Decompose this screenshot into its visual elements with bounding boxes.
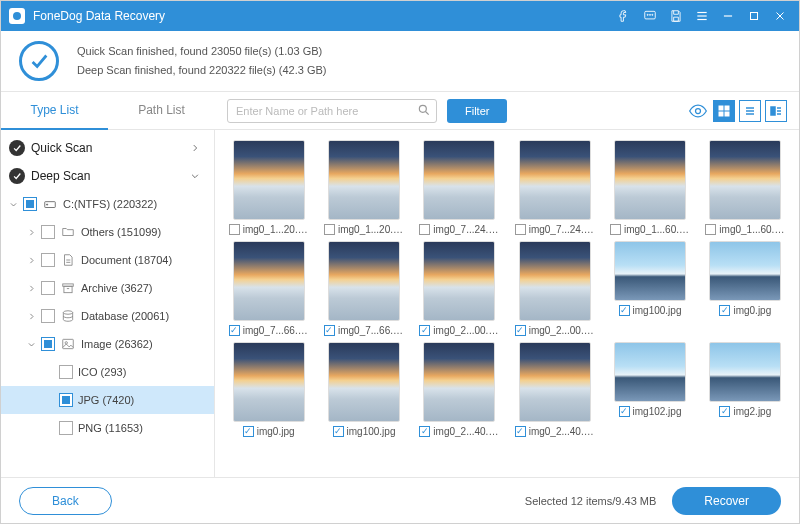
scan-status-panel: Quick Scan finished, found 23050 file(s)… <box>1 31 799 92</box>
folder-icon <box>60 224 76 240</box>
thumbnail-image[interactable] <box>614 140 686 220</box>
file-checkbox[interactable] <box>419 325 430 336</box>
file-checkbox[interactable] <box>324 325 335 336</box>
thumbnail-image[interactable] <box>328 140 400 220</box>
save-icon[interactable] <box>665 5 687 27</box>
chevron-down-icon <box>190 171 200 181</box>
file-name: img0_7...24.jpg <box>433 224 499 235</box>
checkbox[interactable] <box>23 197 37 211</box>
checkbox[interactable] <box>41 225 55 239</box>
maximize-icon[interactable] <box>743 5 765 27</box>
file-checkbox[interactable] <box>243 426 254 437</box>
tab-path-list[interactable]: Path List <box>108 92 215 130</box>
share-facebook-icon[interactable] <box>613 5 635 27</box>
tree-ico[interactable]: ICO (293) <box>1 358 214 386</box>
file-thumb[interactable]: img0_7...66.jpg <box>223 241 314 336</box>
back-button[interactable]: Back <box>19 487 112 515</box>
thumbnail-image[interactable] <box>423 342 495 422</box>
file-checkbox[interactable] <box>619 406 630 417</box>
checkbox[interactable] <box>59 365 73 379</box>
thumbnail-image[interactable] <box>519 342 591 422</box>
tree-document[interactable]: Document (18704) <box>1 246 214 274</box>
thumbnail-image[interactable] <box>328 342 400 422</box>
search-icon[interactable] <box>417 103 431 117</box>
file-thumb[interactable]: img0_1...20.jpg <box>318 140 409 235</box>
file-checkbox[interactable] <box>419 426 430 437</box>
thumbnail-image[interactable] <box>614 342 686 402</box>
thumbnail-image[interactable] <box>709 140 781 220</box>
filter-button[interactable]: Filter <box>447 99 507 123</box>
thumbnail-image[interactable] <box>423 140 495 220</box>
file-checkbox[interactable] <box>515 325 526 336</box>
file-thumb[interactable]: img0_7...66.jpg <box>318 241 409 336</box>
checkbox[interactable] <box>41 253 55 267</box>
file-checkbox[interactable] <box>719 406 730 417</box>
checkbox[interactable] <box>59 421 73 435</box>
file-checkbox[interactable] <box>610 224 621 235</box>
file-thumb[interactable]: img0.jpg <box>223 342 314 437</box>
checkbox[interactable] <box>41 337 55 351</box>
tree-jpg[interactable]: JPG (7420) <box>1 386 214 414</box>
minimize-icon[interactable] <box>717 5 739 27</box>
svg-rect-31 <box>64 286 72 292</box>
file-checkbox[interactable] <box>324 224 335 235</box>
file-thumb[interactable]: img0_1...60.jpg <box>604 140 695 235</box>
file-thumb[interactable]: img100.jpg <box>604 241 695 336</box>
file-thumb[interactable]: img0_1...20.jpg <box>223 140 314 235</box>
thumbnail-image[interactable] <box>709 241 781 301</box>
tree-image[interactable]: Image (26362) <box>1 330 214 358</box>
tree-png[interactable]: PNG (11653) <box>1 414 214 442</box>
file-thumb[interactable]: img0_7...24.jpg <box>509 140 600 235</box>
file-thumb[interactable]: img0_7...24.jpg <box>414 140 505 235</box>
thumbnail-image[interactable] <box>519 140 591 220</box>
file-thumb[interactable]: img0_2...40.jpg <box>414 342 505 437</box>
file-checkbox[interactable] <box>419 224 430 235</box>
file-thumb[interactable]: img0_2...40.jpg <box>509 342 600 437</box>
close-icon[interactable] <box>769 5 791 27</box>
thumbnail-image[interactable] <box>709 342 781 402</box>
checkbox[interactable] <box>59 393 73 407</box>
file-checkbox[interactable] <box>719 305 730 316</box>
thumbnail-image[interactable] <box>328 241 400 321</box>
view-detail-button[interactable] <box>765 100 787 122</box>
tree-others[interactable]: Others (151099) <box>1 218 214 246</box>
check-circle-icon <box>9 140 25 156</box>
file-thumb[interactable]: img0.jpg <box>700 241 791 336</box>
thumbnail-image[interactable] <box>519 241 591 321</box>
tree-deep-scan[interactable]: Deep Scan <box>1 162 214 190</box>
file-thumb[interactable]: img0_2...00.jpg <box>509 241 600 336</box>
tab-type-list[interactable]: Type List <box>1 92 108 130</box>
checkbox[interactable] <box>41 309 55 323</box>
view-grid-button[interactable] <box>713 100 735 122</box>
tree-drive[interactable]: C:(NTFS) (220322) <box>1 190 214 218</box>
file-checkbox[interactable] <box>515 426 526 437</box>
thumbnail-image[interactable] <box>233 140 305 220</box>
search-input[interactable] <box>227 99 437 123</box>
file-name: img0.jpg <box>257 426 295 437</box>
thumbnail-image[interactable] <box>614 241 686 301</box>
checkbox[interactable] <box>41 281 55 295</box>
file-checkbox[interactable] <box>705 224 716 235</box>
thumbnail-image[interactable] <box>233 342 305 422</box>
recover-button[interactable]: Recover <box>672 487 781 515</box>
file-thumb[interactable]: img0_1...60.jpg <box>700 140 791 235</box>
file-checkbox[interactable] <box>333 426 344 437</box>
thumbnail-image[interactable] <box>423 241 495 321</box>
file-thumb[interactable]: img0_2...00.jpg <box>414 241 505 336</box>
tree-quick-scan[interactable]: Quick Scan <box>1 134 214 162</box>
file-thumb[interactable]: img102.jpg <box>604 342 695 437</box>
file-checkbox[interactable] <box>229 224 240 235</box>
thumbnail-image[interactable] <box>233 241 305 321</box>
tree-database[interactable]: Database (20061) <box>1 302 214 330</box>
tree-archive[interactable]: Archive (3627) <box>1 274 214 302</box>
view-list-button[interactable] <box>739 100 761 122</box>
feedback-icon[interactable] <box>639 5 661 27</box>
file-checkbox[interactable] <box>515 224 526 235</box>
preview-icon[interactable] <box>687 100 709 122</box>
file-name: img0_1...60.jpg <box>624 224 690 235</box>
menu-icon[interactable] <box>691 5 713 27</box>
file-checkbox[interactable] <box>619 305 630 316</box>
file-thumb[interactable]: img2.jpg <box>700 342 791 437</box>
file-checkbox[interactable] <box>229 325 240 336</box>
file-thumb[interactable]: img100.jpg <box>318 342 409 437</box>
